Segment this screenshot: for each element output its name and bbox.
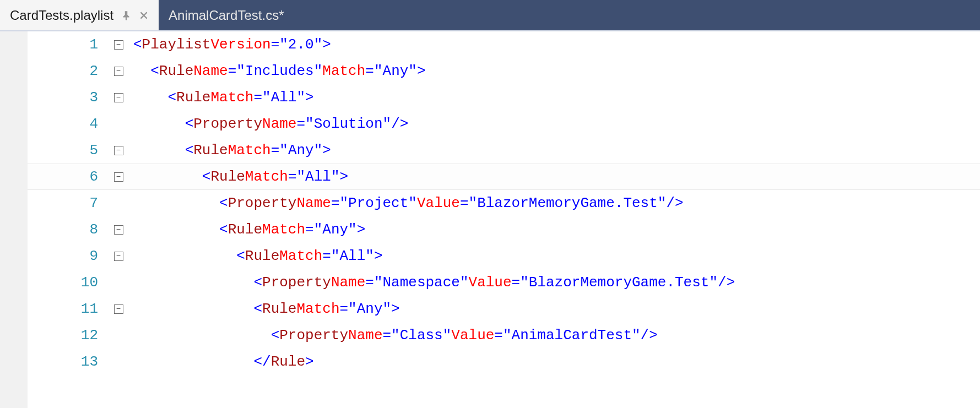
- token-tag: Rule: [176, 89, 210, 106]
- code-line[interactable]: <Property Name="Project" Value="BlazorMe…: [132, 190, 980, 216]
- code-line[interactable]: <Rule Name="Includes" Match="Any">: [132, 58, 980, 84]
- token-punc: <: [167, 89, 176, 106]
- fold-toggle-icon[interactable]: [114, 40, 123, 50]
- token-punc: >: [675, 195, 684, 211]
- token-slash: /: [718, 274, 727, 291]
- token-punc: >: [305, 353, 314, 370]
- token-punc: >: [322, 142, 331, 159]
- token-tag: Rule: [193, 142, 228, 159]
- fold-toggle-icon[interactable]: [114, 67, 123, 76]
- code-line[interactable]: <Property Name="Solution" />: [132, 111, 980, 137]
- token-attr: Name: [262, 116, 296, 132]
- line-number: 3: [28, 89, 105, 106]
- token-punc: <: [219, 221, 228, 238]
- token-attr: Match: [296, 301, 339, 317]
- code-line[interactable]: <Rule Match="All">: [132, 243, 980, 269]
- token-str: "All": [262, 89, 305, 106]
- code-editor[interactable]: 12345678910111213 <Playlist Version="2.0…: [0, 30, 980, 408]
- token-eq: =: [271, 142, 280, 159]
- fold-toggle-icon[interactable]: [114, 93, 123, 102]
- code-line[interactable]: <Rule Match="Any">: [132, 216, 980, 243]
- fold-gutter: [105, 146, 132, 155]
- code-line[interactable]: <Rule Match="All">: [132, 84, 980, 111]
- code-line[interactable]: <Property Name="Class" Value="AnimalCard…: [132, 322, 980, 349]
- token-attr: Value: [469, 274, 512, 291]
- token-punc: </: [253, 353, 270, 370]
- code-area[interactable]: <Playlist Version="2.0"> <Rule Name="Inc…: [132, 31, 980, 408]
- token-tag: Property: [228, 195, 297, 211]
- code-line[interactable]: <Property Name="Namespace" Value="Blazor…: [132, 269, 980, 296]
- token-tag: Playlist: [142, 36, 211, 53]
- token-punc: <: [150, 63, 159, 79]
- fold-toggle-icon[interactable]: [114, 146, 123, 155]
- token-eq: =: [365, 274, 374, 291]
- fold-toggle-icon[interactable]: [114, 304, 123, 314]
- tab-bar: CardTests.playlistAnimalCardTest.cs*: [0, 0, 980, 30]
- code-line[interactable]: <Rule Match="All">: [132, 164, 980, 190]
- token-punc: <: [271, 327, 280, 344]
- token-attr: Name: [193, 63, 228, 79]
- tab-animalcardtest-cs-[interactable]: AnimalCardTest.cs*: [159, 0, 294, 30]
- token-eq: =: [322, 248, 331, 264]
- token-slash: /: [666, 195, 675, 211]
- token-eq: =: [288, 168, 297, 185]
- fold-gutter: [105, 304, 132, 314]
- token-tag: Rule: [210, 168, 245, 185]
- code-line[interactable]: </Rule>: [132, 349, 980, 375]
- token-attr: Match: [228, 142, 271, 159]
- token-eq: =: [365, 63, 374, 79]
- token-eq: =: [271, 36, 280, 53]
- token-eq: =: [305, 221, 314, 238]
- fold-gutter: [105, 67, 132, 76]
- line-number: 7: [28, 195, 105, 211]
- line-number: 4: [28, 116, 105, 132]
- token-eq: =: [228, 63, 237, 79]
- fold-toggle-icon[interactable]: [114, 172, 123, 182]
- token-str: "Any": [374, 63, 417, 79]
- close-icon[interactable]: [139, 10, 149, 20]
- line-number: 8: [28, 221, 105, 238]
- token-punc: >: [417, 63, 426, 79]
- fold-toggle-icon[interactable]: [114, 225, 123, 235]
- fold-gutter: [105, 93, 132, 102]
- token-str: "BlazorMemoryGame.Test": [520, 274, 718, 291]
- token-eq: =: [253, 89, 262, 106]
- line-number: 11: [28, 301, 105, 317]
- token-attr: Match: [279, 248, 322, 264]
- token-str: "Project": [340, 195, 417, 211]
- token-eq: =: [331, 195, 340, 211]
- code-line[interactable]: <Rule Match="Any">: [132, 296, 980, 322]
- fold-toggle-icon[interactable]: [114, 252, 123, 261]
- pin-icon[interactable]: [121, 10, 131, 20]
- token-punc: >: [400, 116, 409, 132]
- token-punc: >: [340, 168, 349, 185]
- token-tag: Rule: [262, 301, 296, 317]
- token-attr: Name: [348, 327, 382, 344]
- tab-label: CardTests.playlist: [10, 8, 113, 23]
- line-number: 10: [28, 274, 105, 291]
- token-str: "Solution": [305, 116, 391, 132]
- token-attr: Match: [262, 221, 305, 238]
- token-tag: Rule: [159, 63, 193, 79]
- token-punc: >: [374, 248, 383, 264]
- code-line[interactable]: <Rule Match="Any">: [132, 137, 980, 164]
- token-attr: Match: [322, 63, 365, 79]
- line-number: 9: [28, 248, 105, 264]
- token-eq: =: [494, 327, 503, 344]
- token-punc: >: [727, 274, 735, 291]
- token-attr: Version: [210, 36, 270, 53]
- line-gutter: 12345678910111213: [28, 31, 132, 408]
- token-str: "AnimalCardTest": [503, 327, 641, 344]
- token-punc: <: [253, 274, 262, 291]
- token-punc: >: [649, 327, 658, 344]
- line-number: 2: [28, 63, 105, 79]
- token-slash: /: [641, 327, 649, 344]
- token-str: "Any": [279, 142, 322, 159]
- tab-cardtests-playlist[interactable]: CardTests.playlist: [0, 0, 159, 30]
- token-attr: Match: [245, 168, 288, 185]
- token-str: "Any": [348, 301, 391, 317]
- code-line[interactable]: <Playlist Version="2.0">: [132, 31, 980, 58]
- token-attr: Name: [331, 274, 365, 291]
- token-punc: <: [253, 301, 262, 317]
- token-punc: >: [305, 89, 314, 106]
